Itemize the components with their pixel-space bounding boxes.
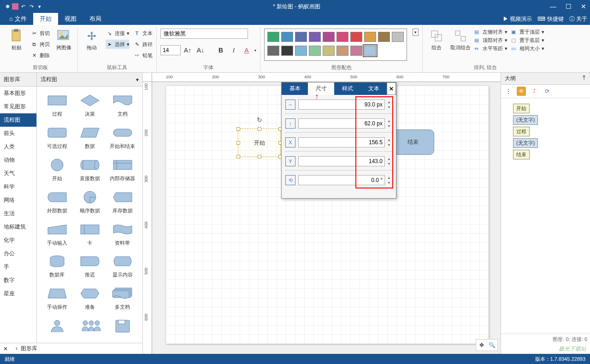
prop-tab-text[interactable]: 文本 (360, 82, 387, 95)
paste-button[interactable]: 粘贴 (6, 29, 27, 51)
x-input[interactable] (298, 137, 385, 147)
rotate-handle-icon[interactable]: ↻ (257, 116, 262, 123)
cut-button[interactable]: ✂剪切 (30, 29, 50, 38)
spin-up[interactable]: ▲ (386, 175, 392, 180)
category-item[interactable]: 星座 (0, 287, 36, 300)
minimize-icon[interactable]: — (550, 3, 556, 10)
redo-icon[interactable]: ↷ (28, 3, 35, 10)
shape-item[interactable]: 推迟 (73, 251, 106, 282)
category-item[interactable]: 科学 (0, 180, 36, 194)
color-swatch[interactable] (350, 46, 362, 56)
outline-item[interactable]: (无文字) (513, 115, 586, 125)
dropdown-icon[interactable]: ▾ (136, 76, 139, 83)
dots-icon[interactable]: ⋮ (504, 87, 513, 96)
menu-layout[interactable]: 布局 (83, 13, 108, 25)
same-size-button[interactable]: ▭相同大小 ▾ (511, 45, 544, 52)
spin-down[interactable]: ▼ (386, 161, 392, 166)
color-swatch[interactable] (350, 32, 362, 42)
shape-item[interactable]: 可选过程 (41, 123, 73, 153)
panel-close-button[interactable]: ✕ (0, 346, 11, 352)
shape-item[interactable]: 手动输入 (41, 219, 73, 250)
shape-item[interactable]: 开始和结束 (106, 123, 139, 153)
shape-item[interactable] (73, 316, 106, 339)
width-input[interactable] (298, 100, 385, 110)
color-swatch[interactable] (295, 32, 307, 42)
shape-end[interactable]: 结束 (391, 129, 434, 155)
shape-item[interactable]: 过程 (41, 90, 73, 121)
color-swatch[interactable] (281, 46, 293, 56)
share-icon[interactable]: ⤴ (530, 87, 539, 96)
hdist-button[interactable]: ⇔水平等距 ▾ (474, 45, 507, 52)
prop-tab-basic[interactable]: 基本 (282, 82, 308, 95)
outline-item[interactable]: 开始 (513, 104, 586, 113)
spin-up[interactable]: ▲ (386, 118, 392, 123)
shape-item[interactable]: 显示内容 (106, 251, 139, 282)
bold-button[interactable]: B (216, 45, 226, 55)
spin-up[interactable]: ▲ (386, 156, 392, 161)
spin-up[interactable]: ▲ (386, 137, 392, 142)
connect-button[interactable]: ↘连接 ▾ (106, 29, 130, 38)
italic-button[interactable]: I (229, 45, 239, 55)
shape-start[interactable]: ↻ 开始 (238, 129, 281, 157)
pin-icon[interactable]: ⤒ (582, 75, 586, 82)
shape-item[interactable]: 数据库 (41, 251, 73, 282)
category-item[interactable]: 流程图 (0, 113, 36, 127)
shape-item[interactable]: 顺序数据 (73, 187, 106, 217)
spin-down[interactable]: ▼ (386, 105, 392, 110)
category-item[interactable]: 地标建筑 (0, 220, 36, 234)
shape-item[interactable]: 文档 (106, 90, 139, 121)
color-swatch[interactable] (309, 32, 321, 42)
drag-button[interactable]: 拖动 (82, 29, 102, 51)
undo-icon[interactable]: ↶ (19, 3, 27, 10)
video-demo-link[interactable]: ▶ 视频演示 (503, 15, 532, 23)
color-swatch[interactable] (267, 32, 279, 42)
spin-up[interactable]: ▲ (386, 100, 392, 105)
fit-button[interactable]: ✥ (477, 341, 486, 350)
about-link[interactable]: ⓘ 关于 (569, 15, 587, 23)
dropdown-icon[interactable]: ▾ (254, 48, 256, 53)
resize-handle[interactable] (236, 141, 240, 145)
spin-down[interactable]: ▼ (386, 180, 392, 185)
category-item[interactable]: 办公 (0, 247, 36, 260)
menu-start[interactable]: 开始 (33, 13, 58, 25)
category-item[interactable]: 基本图形 (0, 87, 36, 100)
resize-handle[interactable] (258, 127, 261, 131)
back-to-library-button[interactable]: ‹ 图形库 (11, 345, 142, 352)
font-color-button[interactable]: A (242, 45, 252, 55)
bring-front-button[interactable]: ▣置于顶层 ▾ (511, 29, 544, 35)
align-top-button[interactable]: ▤顶部对齐 ▾ (474, 37, 507, 44)
color-swatch[interactable] (281, 32, 293, 42)
category-item[interactable]: 动物 (0, 153, 36, 167)
shape-item[interactable]: 直接数据 (73, 155, 106, 185)
y-input[interactable] (298, 156, 385, 166)
shape-item[interactable]: 库存数据 (106, 187, 139, 217)
align-left-button[interactable]: ▤左侧对齐 ▾ (474, 29, 507, 35)
select-button[interactable]: ➤选择 ▾ (106, 40, 130, 49)
shape-item[interactable]: 数据 (73, 123, 106, 153)
font-shrink-button[interactable]: A↓ (195, 45, 206, 55)
send-back-button[interactable]: ▢置于底层 ▾ (511, 37, 544, 44)
category-item[interactable]: 箭头 (0, 127, 36, 140)
font-grow-button[interactable]: A↑ (183, 45, 193, 55)
rotation-input[interactable] (298, 175, 385, 185)
maximize-icon[interactable]: ☐ (566, 3, 572, 10)
shape-item[interactable]: 卡 (73, 219, 106, 250)
category-item[interactable]: 常见图形 (0, 100, 36, 113)
zoom-button[interactable]: 🔍 (487, 341, 496, 350)
path-button[interactable]: ✎路径 (133, 40, 153, 49)
eye-icon[interactable]: 👁 (517, 87, 526, 96)
prop-tab-size[interactable]: 尺寸 (308, 82, 334, 95)
color-swatch[interactable] (323, 46, 335, 56)
height-input[interactable] (298, 118, 385, 129)
color-swatch[interactable] (392, 32, 404, 42)
category-item[interactable]: 化学 (0, 234, 36, 247)
close-icon[interactable]: ✕ (581, 3, 586, 10)
outline-item[interactable]: 过程 (513, 127, 586, 136)
text-button[interactable]: T文本 (133, 29, 153, 38)
spin-down[interactable]: ▼ (386, 142, 392, 147)
prop-close-button[interactable]: ✕ (387, 82, 396, 95)
resize-handle[interactable] (258, 155, 261, 159)
resize-handle[interactable] (236, 127, 240, 131)
color-swatch[interactable] (336, 32, 348, 42)
menu-file[interactable]: ⌂文件 (3, 13, 33, 25)
